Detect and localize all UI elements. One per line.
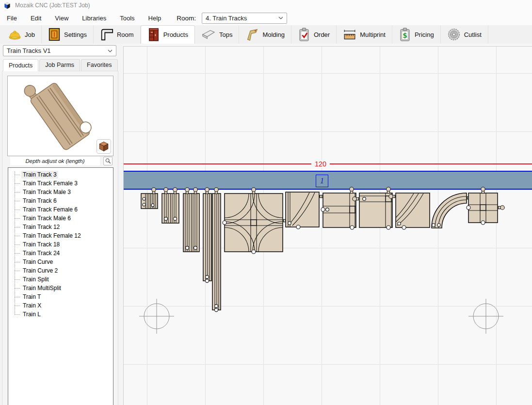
magnifier-icon [105, 158, 111, 164]
part-train-tracks-12[interactable] [183, 188, 199, 252]
menu-tools[interactable]: Tools [113, 12, 141, 25]
nested-parts-drawing [124, 47, 532, 405]
library-select-value: Train Tracks V1 [7, 47, 51, 54]
origin-marker-left [139, 299, 174, 334]
order-button[interactable]: Order [291, 25, 337, 44]
origin-marker-right [468, 299, 503, 334]
part-train-curve-2[interactable] [389, 193, 430, 229]
tree-item-train-l[interactable]: Train L [8, 310, 113, 319]
part-train-track-24[interactable] [212, 188, 221, 312]
tree-item-train-track-3[interactable]: Train Track 3 [8, 170, 113, 179]
part-train-track-18[interactable] [203, 188, 211, 283]
ruler-icon [343, 28, 356, 41]
part-train-curve[interactable] [432, 193, 473, 228]
menu-file[interactable]: File [0, 12, 24, 25]
clipboard-dollar-icon: $ [399, 28, 411, 42]
chevron-down-icon [278, 16, 283, 19]
clipboard-check-icon [298, 28, 310, 42]
tree-item-train-track-female-3[interactable]: Train Track Female 3 [8, 179, 113, 188]
menu-edit[interactable]: Edit [24, 12, 48, 25]
products-button-label: Products [163, 31, 188, 38]
products-panel: Depth adjust ok (length) Train Track 3 T… [2, 71, 118, 405]
tree-item-train-track-12[interactable]: Train Track 12 [8, 223, 113, 231]
preview-caption: Depth adjust ok (length) [10, 157, 100, 165]
pricing-button-label: Pricing [415, 31, 434, 38]
tree-item-train-track-18[interactable]: Train Track 18 [8, 240, 113, 249]
multiprint-button[interactable]: Multiprint [337, 25, 392, 44]
room-label: Room: [177, 15, 196, 22]
tree-item-train-track-24[interactable]: Train Track 24 [8, 249, 113, 258]
tree-item-train-track-female-6[interactable]: Train Track Female 6 [8, 205, 113, 214]
part-train-t[interactable] [321, 187, 356, 229]
countertop-icon [201, 28, 216, 41]
tab-products[interactable]: Products [3, 59, 38, 71]
job-button[interactable]: Job [2, 25, 42, 44]
wall-corner-icon [100, 28, 113, 41]
menu-help[interactable]: Help [142, 12, 168, 25]
library-select[interactable]: Train Tracks V1 [3, 45, 116, 56]
part-train-split[interactable] [286, 192, 326, 229]
sidebar: Train Tracks V1 Products Job Parms Favor… [0, 44, 123, 405]
menu-libraries[interactable]: Libraries [75, 12, 113, 25]
job-button-label: Job [25, 31, 35, 38]
order-button-label: Order [314, 31, 330, 38]
app-logo-icon [3, 1, 11, 9]
room-select[interactable]: 4. Train Tracks [202, 13, 287, 24]
part-train-tracks-3[interactable] [141, 188, 158, 209]
product-tree: Train Track 3 Train Track Female 3 Train… [8, 167, 113, 405]
part-train-tracks-6[interactable] [162, 188, 179, 223]
settings-button[interactable]: Settings [42, 25, 94, 44]
tree-item-train-curve[interactable]: Train Curve [8, 258, 113, 266]
dimension-label: 120 [311, 160, 330, 168]
part-train-x[interactable] [467, 187, 504, 225]
tree-item-train-track-male-6[interactable]: Train Track Male 6 [8, 214, 113, 223]
hardhat-icon [8, 28, 21, 41]
tree-item-train-x[interactable]: Train X [8, 301, 113, 310]
tree-item-train-t[interactable]: Train T [8, 292, 113, 301]
tab-favorites[interactable]: Favorites [81, 59, 117, 71]
settings-button-label: Settings [64, 31, 87, 38]
tree-item-train-multisplit[interactable]: Train MultiSplit [8, 284, 113, 292]
title-bar: Mozaik CNC (Job:TEST Job) [0, 0, 532, 11]
tree-item-train-track-6[interactable]: Train Track 6 [8, 196, 113, 205]
tree-item-train-track-male-3[interactable]: Train Track Male 3 [8, 188, 113, 196]
svg-text:$: $ [403, 31, 407, 39]
door-panel-icon [48, 28, 61, 41]
pricing-button[interactable]: $ Pricing [392, 25, 441, 44]
part-train-multisplit[interactable] [223, 188, 290, 254]
tree-item-train-split[interactable]: Train Split [8, 275, 113, 284]
multiprint-button-label: Multiprint [360, 31, 386, 38]
room-select-value: 4. Train Tracks [206, 15, 247, 22]
preview-caption-row: Depth adjust ok (length) [7, 157, 113, 165]
design-canvas[interactable]: 120 1 [123, 46, 532, 405]
window-title: Mozaik CNC (Job:TEST Job) [15, 2, 90, 9]
cutlist-button-label: Cutlist [464, 31, 482, 38]
view-3d-button[interactable] [97, 139, 111, 154]
molding-button[interactable]: Molding [239, 25, 291, 44]
room-button[interactable]: Room [94, 25, 141, 44]
tab-job-parms[interactable]: Job Parms [39, 59, 80, 71]
preview-zoom-button[interactable] [103, 157, 113, 165]
chevron-down-icon [108, 49, 113, 52]
products-button[interactable]: Products [141, 25, 195, 44]
tops-button[interactable]: Tops [195, 25, 239, 44]
cube-3d-icon [98, 141, 110, 152]
saw-blade-icon [447, 28, 461, 41]
room-button-label: Room [117, 31, 134, 38]
sidebar-tabs: Products Job Parms Favorites [3, 59, 119, 71]
product-preview [7, 76, 113, 156]
molding-button-label: Molding [262, 31, 285, 38]
tops-button-label: Tops [219, 31, 232, 38]
tree-item-train-curve-2[interactable]: Train Curve 2 [8, 266, 113, 275]
cutlist-button[interactable]: Cutlist [441, 25, 488, 44]
part-train-l[interactable] [353, 187, 392, 229]
menu-view[interactable]: View [48, 12, 75, 25]
menu-bar: File Edit View Libraries Tools Help Room… [0, 11, 532, 25]
tree-connector-line [15, 171, 15, 314]
main-toolbar: Job Settings Room [0, 25, 532, 44]
tree-item-train-track-female-12[interactable]: Train Track Female 12 [8, 231, 113, 240]
molding-profile-icon [245, 28, 259, 41]
application-window: Mozaik CNC (Job:TEST Job) File Edit View… [0, 0, 532, 405]
cabinet-icon [147, 28, 160, 42]
